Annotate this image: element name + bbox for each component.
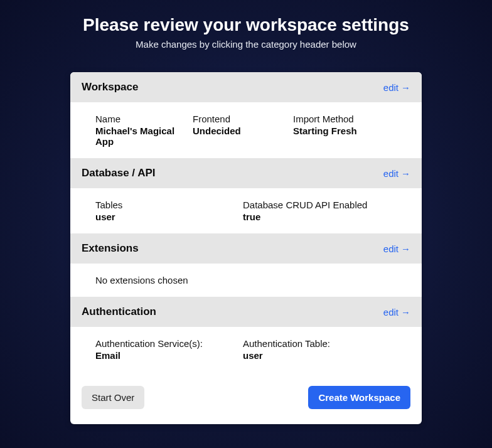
section-body-auth: Authentication Service(s): Email Authent… xyxy=(70,327,422,372)
arrow-right-icon: → xyxy=(401,169,410,178)
field-frontend: Frontend Undecided xyxy=(193,114,293,147)
field-label: Name xyxy=(95,114,193,124)
page-title: Please review your workspace settings xyxy=(0,0,492,35)
arrow-right-icon: → xyxy=(401,307,410,317)
field-value: user xyxy=(243,350,390,361)
field-label: Frontend xyxy=(193,114,293,124)
section-header-database[interactable]: Database / API edit → xyxy=(70,158,422,188)
field-label: Database CRUD API Enabled xyxy=(243,200,390,210)
section-header-auth[interactable]: Authentication edit → xyxy=(70,297,422,327)
edit-label: edit xyxy=(383,243,398,254)
arrow-right-icon: → xyxy=(401,83,410,92)
edit-link-database[interactable]: edit → xyxy=(383,168,410,179)
field-value: true xyxy=(243,211,390,222)
section-body-extensions: No extensions chosen xyxy=(70,264,422,297)
section-title-database: Database / API xyxy=(82,167,155,179)
field-auth-services: Authentication Service(s): Email xyxy=(95,338,243,361)
section-header-extensions[interactable]: Extensions edit → xyxy=(70,233,422,264)
section-title-workspace: Workspace xyxy=(82,81,138,93)
field-tables: Tables user xyxy=(95,200,243,222)
edit-link-workspace[interactable]: edit → xyxy=(383,82,410,93)
section-title-extensions: Extensions xyxy=(82,242,139,255)
edit-label: edit xyxy=(383,307,398,317)
field-crud-enabled: Database CRUD API Enabled true xyxy=(243,200,390,222)
section-header-workspace[interactable]: Workspace edit → xyxy=(70,72,422,102)
field-label: Tables xyxy=(95,200,243,210)
edit-label: edit xyxy=(383,168,398,179)
edit-link-extensions[interactable]: edit → xyxy=(383,243,410,254)
field-value: Starting Fresh xyxy=(293,125,393,136)
field-value: Michael's Magical App xyxy=(95,125,193,147)
field-import-method: Import Method Starting Fresh xyxy=(293,114,393,147)
card-footer: Start Over Create Workspace xyxy=(70,372,422,424)
section-body-database: Tables user Database CRUD API Enabled tr… xyxy=(70,188,422,233)
extensions-empty: No extensions chosen xyxy=(95,275,410,285)
section-body-workspace: Name Michael's Magical App Frontend Unde… xyxy=(70,102,422,158)
field-value: user xyxy=(95,211,243,222)
field-label: Import Method xyxy=(293,114,393,124)
create-workspace-button[interactable]: Create Workspace xyxy=(308,386,410,409)
start-over-button[interactable]: Start Over xyxy=(82,386,144,409)
edit-link-auth[interactable]: edit → xyxy=(383,307,410,317)
settings-card: Workspace edit → Name Michael's Magical … xyxy=(70,72,422,424)
field-label: Authentication Table: xyxy=(243,338,390,349)
page-subtitle: Make changes by clicking the category he… xyxy=(0,39,492,50)
edit-label: edit xyxy=(383,82,398,93)
field-value: Email xyxy=(95,350,243,361)
field-label: Authentication Service(s): xyxy=(95,338,243,349)
field-value: Undecided xyxy=(193,125,293,136)
field-name: Name Michael's Magical App xyxy=(95,114,193,147)
section-title-auth: Authentication xyxy=(82,306,156,318)
arrow-right-icon: → xyxy=(401,244,410,253)
field-auth-table: Authentication Table: user xyxy=(243,338,390,361)
